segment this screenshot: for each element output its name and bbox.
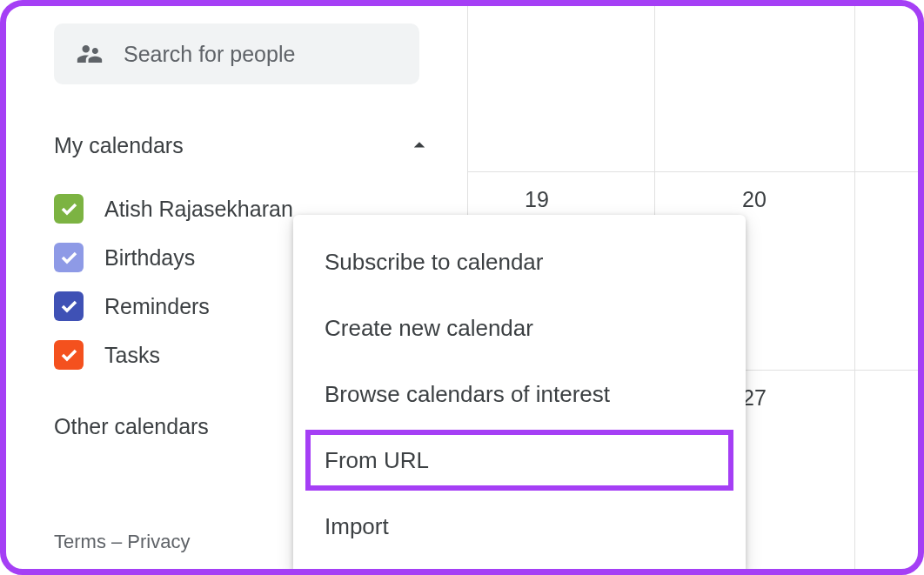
people-icon	[75, 39, 104, 69]
add-calendar-menu: Subscribe to calendar Create new calenda…	[293, 215, 746, 569]
grid-date: 20	[728, 187, 780, 212]
calendar-label: Reminders	[104, 294, 210, 319]
my-calendars-title: My calendars	[54, 133, 184, 158]
menu-create-new[interactable]: Create new calendar	[293, 295, 746, 361]
calendar-checkbox[interactable]	[54, 340, 84, 370]
my-calendars-header[interactable]: My calendars	[6, 124, 467, 167]
calendar-checkbox[interactable]	[54, 194, 84, 224]
checkmark-icon	[58, 247, 79, 268]
privacy-link[interactable]: Privacy	[127, 531, 190, 552]
terms-link[interactable]: Terms	[54, 531, 106, 552]
calendar-label: Tasks	[104, 343, 160, 368]
checkmark-icon	[58, 198, 79, 219]
search-people-box[interactable]	[54, 23, 419, 84]
menu-subscribe[interactable]: Subscribe to calendar	[293, 229, 746, 295]
calendar-checkbox[interactable]	[54, 243, 84, 272]
search-input[interactable]	[124, 42, 398, 67]
menu-import[interactable]: Import	[293, 493, 746, 559]
menu-from-url[interactable]: From URL	[293, 427, 746, 493]
checkmark-icon	[58, 344, 79, 365]
footer-separator: –	[106, 531, 127, 552]
menu-browse[interactable]: Browse calendars of interest	[293, 361, 746, 427]
other-calendars-title: Other calendars	[54, 414, 209, 438]
calendar-label: Atish Rajasekharan	[104, 197, 293, 222]
calendar-label: Birthdays	[104, 245, 195, 271]
calendar-checkbox[interactable]	[54, 291, 84, 321]
footer-links: Terms – Privacy	[54, 531, 190, 553]
grid-date: 19	[511, 187, 563, 212]
checkmark-icon	[58, 296, 79, 317]
chevron-up-icon	[406, 132, 432, 158]
